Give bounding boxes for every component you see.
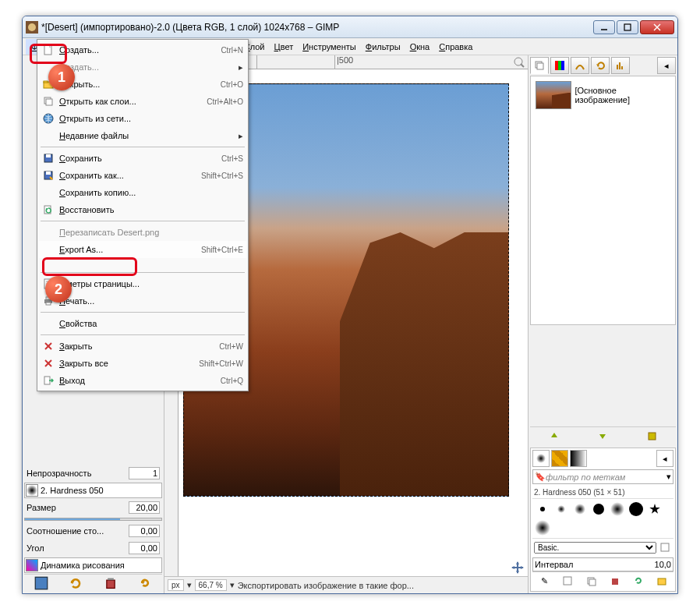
- brush-tab-menu-icon[interactable]: ◂: [656, 450, 673, 467]
- menu-item-сохранитькак[interactable]: Сохранить как...Shift+Ctrl+S: [39, 167, 246, 184]
- brush-item[interactable]: [628, 501, 645, 518]
- svg-rect-53: [46, 302, 51, 305]
- brush-preset[interactable]: 2. Hardness 050: [24, 483, 162, 498]
- quickmask-icon[interactable]: [514, 57, 525, 69]
- layers-icon: [42, 95, 55, 108]
- menu-справка[interactable]: Справка: [434, 40, 477, 54]
- menu-item-закрытьвсе[interactable]: Закрыть всеShift+Ctrl+W: [39, 355, 246, 372]
- submenu-arrow-icon: ▸: [239, 131, 243, 141]
- menu-item-открытькакслои[interactable]: Открыть как слои...Ctrl+Alt+O: [39, 93, 246, 110]
- window-title: *[Desert] (импортировано)-2.0 (Цвета RGB…: [41, 22, 592, 33]
- svg-rect-43: [46, 154, 51, 157]
- layer-duplicate-icon[interactable]: [645, 429, 659, 443]
- navigation-icon[interactable]: [509, 559, 526, 576]
- layer-thumbnail: [536, 81, 571, 109]
- svg-rect-30: [564, 577, 571, 585]
- menu-фильтры[interactable]: Фильтры: [361, 40, 405, 54]
- brushes-tab-icon[interactable]: [532, 450, 550, 467]
- menu-item-сохранитькопию[interactable]: Сохранить копию...: [39, 184, 246, 201]
- brush-refresh-icon[interactable]: [631, 574, 645, 588]
- dynamics-row[interactable]: Динамика рисования: [24, 557, 162, 573]
- menu-item-перезаписатьdesertpng: Перезаписать Desert.png: [39, 224, 246, 241]
- menu-item-сохранить[interactable]: СохранитьCtrl+S: [39, 150, 246, 167]
- callout-badge-1: 1: [48, 64, 75, 90]
- brush-delete-icon[interactable]: [608, 574, 622, 588]
- close-icon: [42, 357, 55, 370]
- tab-paths-icon[interactable]: [571, 57, 589, 74]
- tab-histogram-icon[interactable]: [611, 57, 630, 74]
- revert-icon: [42, 203, 55, 216]
- tab-menu-icon[interactable]: ◂: [657, 57, 676, 74]
- brush-item[interactable]: [553, 501, 570, 518]
- svg-rect-3: [624, 24, 631, 30]
- close-window-button[interactable]: [640, 20, 674, 34]
- brush-item[interactable]: [609, 501, 626, 518]
- interval-row[interactable]: Интервал 10,0: [532, 557, 673, 571]
- minimize-button[interactable]: [593, 20, 615, 34]
- delete-options-icon[interactable]: [104, 576, 118, 590]
- brush-new-icon[interactable]: [560, 574, 574, 588]
- title-bar: *[Desert] (импортировано)-2.0 (Цвета RGB…: [23, 16, 677, 38]
- patterns-tab-icon[interactable]: [551, 450, 568, 467]
- menu-item-недавниефайлы[interactable]: Недавние файлы▸: [39, 127, 246, 144]
- menu-item-выход[interactable]: ВыходCtrl+Q: [39, 372, 246, 389]
- svg-marker-16: [521, 566, 524, 569]
- brush-item[interactable]: [534, 501, 551, 518]
- saveas-icon: [42, 169, 55, 182]
- tab-undo-icon[interactable]: [591, 57, 610, 74]
- blank-icon: [42, 186, 55, 199]
- brush-filter[interactable]: 🔖 фильтр по меткам ▾: [532, 469, 673, 484]
- status-message: Экспортировать изображение в такие фор..…: [238, 581, 525, 590]
- brush-edit-icon[interactable]: ✎: [537, 574, 551, 588]
- brush-item[interactable]: [646, 501, 663, 518]
- dropdown-arrow-icon[interactable]: ▾: [666, 472, 671, 482]
- brush-open-icon[interactable]: [655, 574, 669, 588]
- svg-marker-14: [516, 571, 519, 574]
- ratio-value[interactable]: 0,00: [129, 525, 160, 537]
- size-label: Размер: [27, 503, 129, 512]
- layer-down-icon[interactable]: [596, 429, 610, 443]
- svg-rect-7: [106, 580, 114, 588]
- menu-окна[interactable]: Окна: [405, 40, 435, 54]
- layer-toolbar: [530, 426, 676, 444]
- size-value[interactable]: 20,00: [129, 501, 160, 514]
- brush-item[interactable]: [590, 501, 607, 518]
- size-slider[interactable]: [24, 518, 162, 521]
- brush-edit-icon[interactable]: [658, 540, 672, 554]
- zoom-field[interactable]: 66,7 %: [195, 579, 227, 591]
- svg-rect-21: [561, 61, 564, 70]
- save-options-icon[interactable]: [34, 576, 48, 590]
- blank-icon: [42, 226, 55, 239]
- left-tool-strip: [24, 574, 162, 592]
- menu-item-закрыть[interactable]: ЗакрытьCtrl+W: [39, 338, 246, 355]
- brush-item[interactable]: [571, 501, 589, 518]
- app-icon: [26, 21, 38, 34]
- svg-marker-15: [511, 566, 514, 569]
- restore-options-icon[interactable]: [69, 576, 83, 590]
- menu-item-свойства[interactable]: Свойства: [39, 315, 246, 332]
- new-icon: [42, 44, 55, 56]
- right-dock-tabs: ◂: [530, 57, 676, 74]
- menu-item-создать[interactable]: Создать...Ctrl+N: [39, 41, 246, 58]
- menu-инструменты[interactable]: Инструменты: [298, 40, 361, 54]
- globe-icon: [42, 112, 55, 125]
- angle-value[interactable]: 0,00: [129, 542, 160, 554]
- menu-item-открытьизсети[interactable]: Открыть из сети...: [39, 110, 246, 127]
- menu-цвет[interactable]: Цвет: [270, 40, 299, 54]
- brush-preset-select[interactable]: Basic.: [534, 542, 656, 554]
- layer-row[interactable]: [Основное изображение]: [534, 80, 672, 111]
- tab-channels-icon[interactable]: [550, 57, 569, 74]
- brush-duplicate-icon[interactable]: [584, 574, 598, 588]
- layer-up-icon[interactable]: [547, 429, 561, 443]
- tab-layers-icon[interactable]: [530, 57, 549, 74]
- gradients-tab-icon[interactable]: [570, 450, 587, 467]
- unit-selector[interactable]: px: [168, 579, 184, 591]
- menu-item-восстановить[interactable]: Восстановить: [39, 201, 246, 218]
- status-bar: px ▾ 66,7 % ▾ Экспортировать изображение…: [164, 576, 528, 593]
- opacity-value[interactable]: 1: [129, 467, 160, 479]
- maximize-button[interactable]: [617, 20, 638, 34]
- exit-icon: [42, 374, 55, 387]
- brush-item[interactable]: [534, 519, 551, 536]
- reset-options-icon[interactable]: [138, 576, 152, 590]
- menu-item-exportas[interactable]: Export As...Shift+Ctrl+E: [39, 241, 246, 258]
